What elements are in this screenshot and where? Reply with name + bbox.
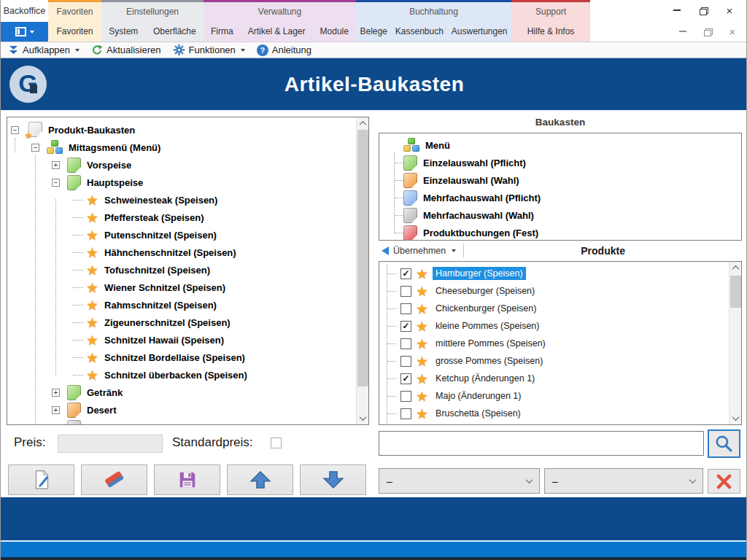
close-button[interactable]: × <box>721 3 738 18</box>
ribbon-item-firma[interactable]: Firma <box>208 26 236 36</box>
produkte-scrollbar[interactable] <box>729 262 741 424</box>
product-row[interactable]: ✓Ketchup (Änderungen 1) <box>380 370 728 387</box>
filter-dropdown-1[interactable]: – <box>379 468 540 494</box>
tree-item[interactable]: Wiener Schnitzel (Speisen) <box>8 279 355 296</box>
product-row[interactable]: mittlere Pommes (Speisen) <box>380 335 728 352</box>
product-row[interactable]: Majo (Änderungen 1) <box>380 387 728 405</box>
tree-item[interactable]: Zigeunerschnitzel (Speisen) <box>8 314 355 331</box>
tree-item[interactable]: +Desert <box>8 401 355 419</box>
tree-item[interactable]: Putenschnitzel (Speisen) <box>8 226 355 244</box>
ribbon: Backoffice FavoritenFavoritenEinstellung… <box>1 0 747 42</box>
new-entry-button[interactable] <box>8 464 74 495</box>
uebernehmen-button[interactable]: Übernehmen <box>379 244 460 257</box>
app-menu-button[interactable] <box>1 22 48 42</box>
product-row[interactable]: ✓Hamburger (Speisen) <box>380 265 728 282</box>
ribbon-item-module[interactable]: Module <box>317 26 352 36</box>
scroll-down-icon[interactable] <box>729 412 742 424</box>
preis-input[interactable] <box>58 435 163 453</box>
restore-button[interactable] <box>695 3 711 18</box>
ribbon-item-system[interactable]: System <box>106 26 141 36</box>
ribbon-item-belege[interactable]: Belege <box>357 26 390 36</box>
ribbon-item-artikel-lager[interactable]: Artikel & Lager <box>245 26 309 36</box>
toolbar-button-aktualisieren[interactable]: Aktualisieren <box>91 44 160 56</box>
minimize-button[interactable] <box>669 3 685 18</box>
page-gray-icon <box>67 420 81 426</box>
tree-item[interactable]: Schweinesteak (Speisen) <box>8 191 355 209</box>
scroll-down-icon[interactable] <box>357 412 369 424</box>
expander-icon[interactable]: − <box>31 144 39 152</box>
minimize-button-inner[interactable] <box>675 24 691 39</box>
tree-item[interactable]: +Vorspeise <box>8 156 355 174</box>
tree-item[interactable]: Schnitzel Hawaii (Speisen) <box>8 331 355 349</box>
arrow-left-icon <box>382 246 389 255</box>
tree-item[interactable]: +Getränk <box>8 384 355 401</box>
product-checkbox[interactable] <box>400 286 411 297</box>
clear-filter-button[interactable] <box>708 469 740 494</box>
star-icon <box>86 351 98 365</box>
filter-dropdown-2[interactable]: – <box>544 468 703 494</box>
standardpreis-checkbox[interactable] <box>271 438 282 448</box>
uebernehmen-label: Übernehmen <box>393 246 446 256</box>
tree-item[interactable]: −Produkt-Baukasten <box>8 121 355 139</box>
baukasten-item[interactable]: Einzelauswahl (Pflicht) <box>380 154 740 171</box>
product-row[interactable]: grosse Pommes (Speisen) <box>380 352 728 370</box>
tree-item-label: Schnitzel Bordellaise (Speisen) <box>104 352 245 363</box>
left-tree-scrollbar[interactable] <box>356 117 368 424</box>
product-checkbox[interactable] <box>400 338 411 349</box>
tree-item[interactable]: Rahmschnitzel (Speisen) <box>8 296 355 314</box>
baukasten-item[interactable]: Menü <box>380 136 740 154</box>
restore-button-inner[interactable] <box>700 24 716 39</box>
tree-item[interactable]: Schnitzel Bordellaise (Speisen) <box>8 349 355 366</box>
expander-icon[interactable]: − <box>11 126 19 134</box>
expander-icon[interactable]: − <box>52 179 60 187</box>
expander-icon[interactable]: + <box>52 161 60 169</box>
scroll-up-icon[interactable] <box>729 262 742 274</box>
tree-item[interactable]: Tofuschnitzel (Speisen) <box>8 261 355 279</box>
toolbar-button-anleitung[interactable]: Anleitung <box>257 44 311 56</box>
ribbon-item-hilfe-infos[interactable]: Hilfe & Infos <box>525 26 578 36</box>
tree-item[interactable]: Pfeffersteak (Speisen) <box>8 209 355 226</box>
erase-button[interactable] <box>81 464 147 495</box>
tree-item[interactable]: −Hauptspeise <box>8 174 355 191</box>
tree-item[interactable]: Schnitzel überbacken (Speisen) <box>8 366 355 384</box>
product-checkbox[interactable] <box>400 391 411 402</box>
tree-item[interactable]: Hähnchenschnitzel (Speisen) <box>8 244 355 261</box>
expander-icon[interactable]: + <box>52 406 60 414</box>
search-button[interactable] <box>708 429 740 458</box>
toolbar-button-funktionen[interactable]: Funktionen <box>173 44 245 56</box>
product-checkbox[interactable]: ✓ <box>400 321 411 332</box>
tree-item[interactable]: −Mittagsmenü (Menü) <box>8 139 355 156</box>
ribbon-item-auswertungen[interactable]: Auswertungen <box>449 26 511 36</box>
product-checkbox[interactable] <box>400 408 411 419</box>
product-row[interactable]: ✓kleine Pommes (Speisen) <box>380 317 728 335</box>
expander-icon[interactable]: + <box>52 389 60 397</box>
product-row[interactable]: Bruschetta (Speisen) <box>380 405 728 422</box>
toolbar-button-aufklappen[interactable]: Aufklappen <box>8 44 80 55</box>
ribbon-item-kassenbuch[interactable]: Kassenbuch <box>392 26 446 36</box>
tab-backoffice[interactable]: Backoffice <box>1 0 48 22</box>
baukasten-item[interactable]: Mehrfachauswahl (Wahl) <box>380 206 740 224</box>
product-checkbox[interactable]: ✓ <box>400 373 411 384</box>
product-checkbox[interactable] <box>400 303 411 314</box>
ribbon-item-oberfl-che[interactable]: Oberfläche <box>150 26 199 36</box>
scrollbar-thumb[interactable] <box>357 130 368 386</box>
product-row[interactable]: Cheeseburger (Speisen) <box>380 282 728 300</box>
baukasten-item[interactable]: Einzelauswahl (Wahl) <box>380 171 740 189</box>
close-button-inner[interactable]: × <box>724 24 740 39</box>
search-input[interactable] <box>379 431 704 456</box>
baukasten-item[interactable]: Produktbuchungen (Fest) <box>380 224 740 241</box>
save-button[interactable] <box>154 464 220 495</box>
move-down-button[interactable] <box>300 464 366 495</box>
chevron-down-icon <box>526 476 533 483</box>
tree-item[interactable] <box>8 419 355 425</box>
product-checkbox[interactable] <box>400 356 411 367</box>
product-row[interactable]: Chickenburger (Speisen) <box>380 300 728 317</box>
scrollbar-thumb[interactable] <box>730 276 741 308</box>
baukasten-item[interactable]: Mehrfachauswahl (Pflicht) <box>380 189 740 206</box>
ribbon-item-favoriten[interactable]: Favoriten <box>53 26 96 36</box>
product-checkbox[interactable]: ✓ <box>400 268 411 279</box>
scroll-up-icon[interactable] <box>357 117 369 130</box>
move-up-button[interactable] <box>227 464 293 495</box>
tree-line <box>35 155 36 425</box>
product-label: Majo (Änderungen 1) <box>433 389 524 402</box>
